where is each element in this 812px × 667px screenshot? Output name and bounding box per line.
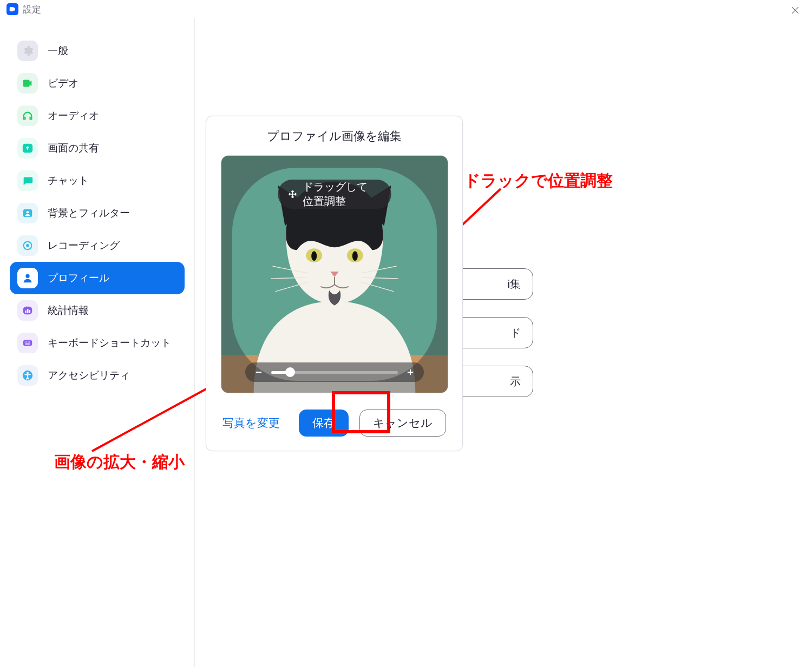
gear-icon bbox=[17, 41, 38, 61]
titlebar: 設定 bbox=[0, 0, 812, 18]
sidebar-item-stats[interactable]: 統計情報 bbox=[10, 294, 185, 327]
sidebar-item-label: オーディオ bbox=[48, 109, 99, 123]
keyboard-icon bbox=[17, 333, 38, 353]
headphones-icon bbox=[17, 105, 38, 126]
crop-area[interactable]: ドラッグして位置調整 bbox=[221, 155, 448, 393]
sidebar-item-label: キーボードショートカット bbox=[48, 336, 171, 350]
sidebar-item-share[interactable]: 画面の共有 bbox=[10, 132, 185, 164]
dialog-actions: 写真を変更 保存 キャンセル bbox=[220, 410, 448, 437]
sidebar-item-background[interactable]: 背景とフィルター bbox=[10, 197, 185, 229]
sidebar-item-general[interactable]: 一般 bbox=[10, 35, 185, 67]
dialog-title: プロファイル画像を編集 bbox=[220, 128, 448, 144]
sidebar-item-label: チャット bbox=[48, 174, 89, 188]
sidebar-item-label: 一般 bbox=[48, 44, 68, 58]
svg-rect-15 bbox=[25, 344, 30, 345]
profile-icon bbox=[17, 268, 38, 288]
video-icon bbox=[17, 73, 38, 94]
svg-point-11 bbox=[25, 341, 26, 342]
chat-icon bbox=[17, 170, 38, 191]
sidebar-item-keyboard[interactable]: キーボードショートカット bbox=[10, 327, 185, 359]
app-icon bbox=[6, 3, 18, 15]
svg-point-12 bbox=[26, 341, 27, 342]
svg-point-28 bbox=[311, 251, 317, 261]
sidebar-item-chat[interactable]: チャット bbox=[10, 164, 185, 197]
sidebar-item-video[interactable]: ビデオ bbox=[10, 67, 185, 100]
sidebar-item-label: 背景とフィルター bbox=[48, 206, 130, 220]
zoom-in-icon[interactable] bbox=[404, 366, 416, 378]
svg-point-14 bbox=[29, 341, 30, 342]
record-icon bbox=[17, 235, 38, 256]
window-title: 設定 bbox=[23, 3, 41, 16]
background-icon bbox=[17, 203, 38, 223]
bg-button-2[interactable]: ド bbox=[455, 317, 533, 348]
close-icon[interactable] bbox=[788, 3, 802, 17]
move-icon bbox=[287, 187, 297, 201]
zoom-track[interactable] bbox=[271, 371, 398, 374]
sidebar: 一般 ビデオ オーディオ 画面の共有 チャット 背景とフィルター レコーディング bbox=[0, 18, 195, 667]
drag-hint: ドラッグして位置調整 bbox=[278, 180, 391, 209]
svg-rect-10 bbox=[23, 340, 32, 346]
sidebar-item-audio[interactable]: オーディオ bbox=[10, 100, 185, 132]
sidebar-item-label: ビデオ bbox=[48, 76, 78, 90]
bg-button-3[interactable]: 示 bbox=[455, 366, 533, 397]
edit-profile-dialog: プロファイル画像を編集 bbox=[206, 116, 463, 451]
svg-point-17 bbox=[27, 372, 29, 374]
svg-rect-8 bbox=[27, 309, 28, 313]
svg-point-2 bbox=[27, 211, 29, 213]
cancel-button[interactable]: キャンセル bbox=[359, 410, 446, 437]
sidebar-item-recording[interactable]: レコーディング bbox=[10, 229, 185, 262]
main-content: i集 ド 示 ドラックで位置調整 画像の拡大・縮小 プロファイル画像を編集 bbox=[195, 18, 812, 667]
svg-rect-7 bbox=[25, 311, 26, 313]
svg-point-13 bbox=[28, 341, 29, 342]
stats-icon bbox=[17, 300, 38, 321]
accessibility-icon bbox=[17, 365, 38, 386]
sidebar-item-label: レコーディング bbox=[48, 239, 120, 253]
svg-point-29 bbox=[352, 251, 357, 261]
share-screen-icon bbox=[17, 138, 38, 159]
zoom-out-icon[interactable] bbox=[253, 366, 265, 378]
svg-point-5 bbox=[25, 274, 29, 278]
zoom-thumb[interactable] bbox=[285, 367, 295, 377]
sidebar-item-profile[interactable]: プロフィール bbox=[10, 262, 185, 294]
save-button[interactable]: 保存 bbox=[299, 410, 349, 437]
sidebar-item-label: プロフィール bbox=[48, 271, 109, 285]
svg-rect-9 bbox=[29, 310, 30, 313]
sidebar-item-label: 統計情報 bbox=[48, 303, 89, 318]
zoom-slider[interactable] bbox=[245, 362, 424, 382]
svg-point-4 bbox=[26, 244, 29, 247]
change-photo-button[interactable]: 写真を変更 bbox=[222, 415, 280, 431]
annotation-zoom: 画像の拡大・縮小 bbox=[54, 451, 185, 473]
sidebar-item-label: 画面の共有 bbox=[48, 141, 99, 155]
